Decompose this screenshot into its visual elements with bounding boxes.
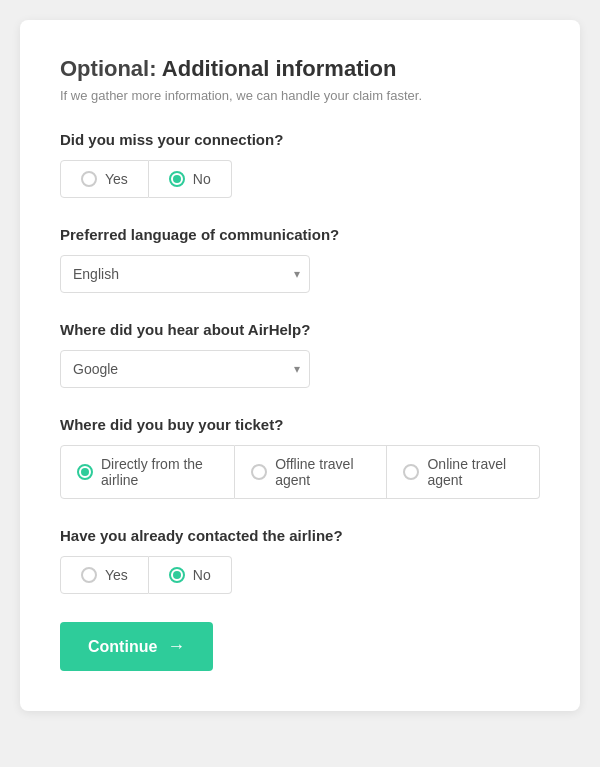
language-section: Preferred language of communication? Eng… — [60, 226, 540, 293]
ticket-online-label: Online travel agent — [427, 456, 523, 488]
ticket-offline-label: Offline travel agent — [275, 456, 370, 488]
title-optional: Optional: — [60, 56, 162, 81]
contacted-yes-circle — [81, 567, 97, 583]
language-label: Preferred language of communication? — [60, 226, 540, 243]
ticket-source-radio-group: Directly from the airline Offline travel… — [60, 445, 540, 499]
contacted-yes[interactable]: Yes — [60, 556, 149, 594]
ticket-source-label: Where did you buy your ticket? — [60, 416, 540, 433]
contacted-airline-section: Have you already contacted the airline? … — [60, 527, 540, 594]
miss-connection-section: Did you miss your connection? Yes No — [60, 131, 540, 198]
hear-about-section: Where did you hear about AirHelp? Google… — [60, 321, 540, 388]
page-title: Optional: Additional information — [60, 56, 540, 82]
contacted-airline-radio-group: Yes No — [60, 556, 540, 594]
main-card: Optional: Additional information If we g… — [20, 20, 580, 711]
language-select[interactable]: English French German Spanish Italian — [60, 255, 310, 293]
subtitle: If we gather more information, we can ha… — [60, 88, 540, 103]
ticket-airline-label: Directly from the airline — [101, 456, 218, 488]
miss-yes-label: Yes — [105, 171, 128, 187]
contacted-airline-label: Have you already contacted the airline? — [60, 527, 540, 544]
ticket-source-section: Where did you buy your ticket? Directly … — [60, 416, 540, 499]
ticket-airline-option[interactable]: Directly from the airline — [60, 445, 235, 499]
ticket-airline-circle — [77, 464, 93, 480]
hear-about-label: Where did you hear about AirHelp? — [60, 321, 540, 338]
contacted-no[interactable]: No — [149, 556, 232, 594]
miss-no-label: No — [193, 171, 211, 187]
miss-no-circle — [169, 171, 185, 187]
miss-connection-label: Did you miss your connection? — [60, 131, 540, 148]
miss-connection-radio-group: Yes No — [60, 160, 540, 198]
hear-about-select[interactable]: Google Facebook Friend TV Other — [60, 350, 310, 388]
miss-connection-no[interactable]: No — [149, 160, 232, 198]
contacted-no-circle — [169, 567, 185, 583]
language-select-wrapper: English French German Spanish Italian ▾ — [60, 255, 310, 293]
miss-connection-yes[interactable]: Yes — [60, 160, 149, 198]
ticket-offline-circle — [251, 464, 267, 480]
ticket-online-option[interactable]: Online travel agent — [387, 445, 540, 499]
contacted-no-label: No — [193, 567, 211, 583]
arrow-right-icon: → — [167, 636, 185, 657]
contacted-yes-label: Yes — [105, 567, 128, 583]
title-bold: Additional information — [162, 56, 397, 81]
continue-label: Continue — [88, 638, 157, 656]
miss-yes-circle — [81, 171, 97, 187]
hear-about-select-wrapper: Google Facebook Friend TV Other ▾ — [60, 350, 310, 388]
continue-button[interactable]: Continue → — [60, 622, 213, 671]
ticket-offline-option[interactable]: Offline travel agent — [235, 445, 387, 499]
ticket-online-circle — [403, 464, 419, 480]
